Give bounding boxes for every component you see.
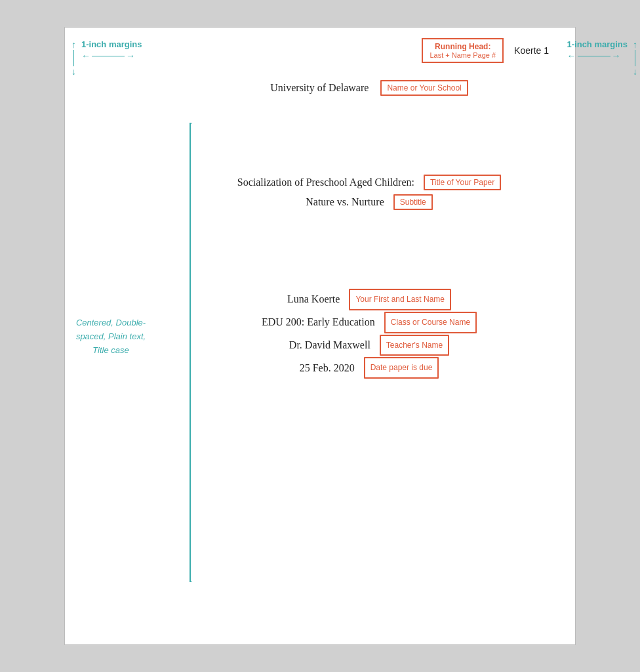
author-course-row: EDU 200: Early Education Class or Course… xyxy=(196,312,542,333)
horizontal-arrow-right: ← → xyxy=(567,51,628,61)
author-name-annotation: Your First and Last Name xyxy=(349,289,451,310)
right-margin-annotation: 1-inch margins ← → ↑ ↓ xyxy=(567,39,637,77)
author-course-annotation: Class or Course Name xyxy=(384,312,477,333)
page-header: Running Head: Last + Name Page # Koerte … xyxy=(65,28,575,67)
author-course: EDU 200: Early Education xyxy=(262,312,375,332)
running-head-label: Running Head: xyxy=(430,42,496,51)
author-name-row: Luna Koerte Your First and Last Name xyxy=(196,289,542,310)
author-teacher-annotation: Teacher's Name xyxy=(380,335,449,356)
author-name: Luna Koerte xyxy=(287,289,340,309)
title-main-annotation: Title of Your Paper xyxy=(424,175,501,190)
author-teacher: Dr. David Maxwell xyxy=(289,335,370,355)
author-date: 25 Feb. 2020 xyxy=(300,358,355,378)
school-text: University of Delaware xyxy=(270,82,369,94)
page-content: University of Delaware Name or Your Scho… xyxy=(65,80,575,644)
title-sub-annotation: Subtitle xyxy=(393,194,433,210)
right-margin-label: 1-inch margins xyxy=(567,39,628,49)
author-date-annotation: Date paper is due xyxy=(364,357,439,379)
title-sub-text: Nature vs. Nurture xyxy=(306,196,384,208)
running-head-box: Running Head: Last + Name Page # xyxy=(422,38,504,63)
school-annotation: Name or Your School xyxy=(380,80,468,96)
title-sub-row: Nature vs. Nurture Subtitle xyxy=(196,194,542,210)
author-section: Luna Koerte Your First and Last Name EDU… xyxy=(196,289,542,379)
author-teacher-row: Dr. David Maxwell Teacher's Name xyxy=(196,335,542,356)
vertical-arrow-right: ↑ ↓ xyxy=(633,39,637,77)
title-main-row: Socialization of Preschool Aged Children… xyxy=(196,175,542,190)
page: ↑ ↓ 1-inch margins ← → 1-inch margins ← xyxy=(64,27,576,645)
title-main-text: Socialization of Preschool Aged Children… xyxy=(237,177,414,188)
running-head-content: Last + Name Page # xyxy=(430,51,496,59)
school-row: University of Delaware Name or Your Scho… xyxy=(196,80,542,96)
page-number: Koerte 1 xyxy=(514,45,549,56)
title-section: Socialization of Preschool Aged Children… xyxy=(196,175,542,210)
author-date-row: 25 Feb. 2020 Date paper is due xyxy=(196,357,542,379)
